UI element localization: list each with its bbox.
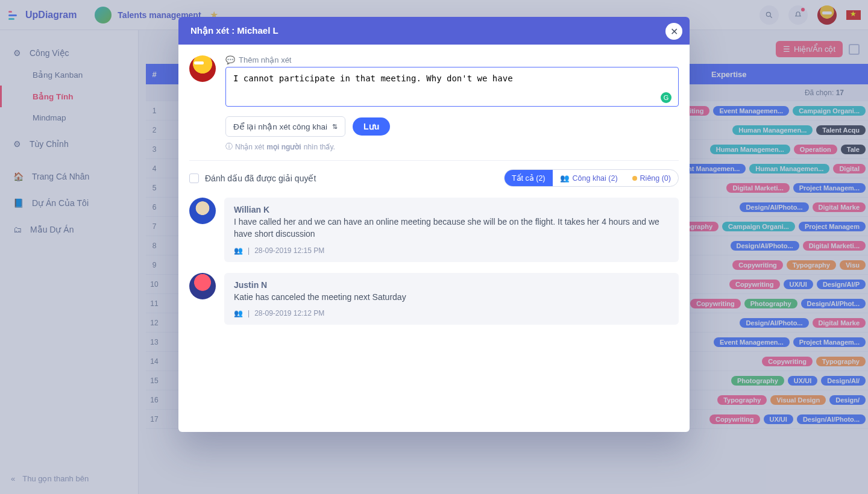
tab-private[interactable]: Riêng (0)	[625, 170, 678, 186]
close-icon: ✕	[670, 26, 678, 37]
comments-filter-row: Đánh dấu đã được giải quyết Tất cả (2) 👥…	[189, 169, 679, 187]
speech-icon: 💬	[225, 55, 235, 64]
comment-author: Justin N	[234, 280, 669, 290]
compose-area: 💬Thêm nhận xét G Để lại nhận xét công kh…	[189, 55, 679, 152]
comment-item: Willian KI have called her and we can ha…	[189, 198, 679, 262]
save-label: Lưu	[363, 122, 379, 131]
comment-author: Willian K	[234, 205, 669, 214]
modal-close-button[interactable]: ✕	[665, 23, 682, 40]
comment-avatar	[189, 198, 216, 224]
visibility-label: Để lại nhận xét công khai	[233, 122, 327, 131]
visibility-hint: ⓘ Nhận xét mọi người nhìn thấy.	[225, 142, 679, 152]
comment-tabs: Tất cả (2) 👥Công khai (2) Riêng (0)	[504, 169, 679, 187]
hint-bold: mọi người	[266, 143, 301, 151]
compose-label: Thêm nhận xét	[239, 55, 292, 64]
modal-title: Nhận xét : Michael L	[190, 25, 278, 36]
comment-text: I have called her and we can have an onl…	[234, 216, 669, 240]
meta-sep: |	[248, 246, 250, 255]
tab-all[interactable]: Tất cả (2)	[505, 170, 553, 186]
comment-timestamp: 28-09-2019 12:12 PM	[254, 309, 324, 317]
modal-overlay: Nhận xét : Michael L ✕ 💬Thêm nhận xét G …	[0, 0, 868, 494]
hint-post: nhìn thấy.	[304, 143, 335, 151]
comment-bubble: Justin NKatie has canceled the meeting n…	[224, 273, 679, 325]
people-icon: 👥	[234, 246, 243, 255]
people-icon: 👥	[560, 174, 570, 183]
compose-avatar	[189, 55, 216, 82]
tab-private-label: Riêng (0)	[640, 174, 671, 183]
comment-meta: 👥|28-09-2019 12:12 PM	[234, 309, 669, 317]
tab-public-label: Công khai (2)	[573, 174, 618, 183]
resolved-checkbox[interactable]	[189, 174, 199, 183]
modal-header: Nhận xét : Michael L	[178, 17, 690, 45]
tab-all-label: Tất cả (2)	[512, 174, 546, 183]
save-comment-button[interactable]: Lưu	[353, 117, 390, 136]
comment-meta: 👥|28-09-2019 12:15 PM	[234, 246, 669, 255]
comment-bubble: Willian KI have called her and we can ha…	[224, 198, 679, 262]
comment-avatar	[189, 273, 216, 299]
comments-modal: Nhận xét : Michael L ✕ 💬Thêm nhận xét G …	[178, 17, 690, 432]
lock-icon	[632, 176, 637, 181]
meta-sep: |	[248, 309, 250, 317]
comment-item: Justin NKatie has canceled the meeting n…	[189, 273, 679, 325]
resolved-label[interactable]: Đánh dấu đã được giải quyết	[205, 174, 316, 183]
grammarly-icon: G	[661, 92, 671, 103]
visibility-select[interactable]: Để lại nhận xét công khai ⇅	[225, 116, 345, 137]
comment-textarea[interactable]	[225, 67, 679, 107]
comment-text: Katie has canceled the meeting next Satu…	[234, 291, 669, 303]
tab-public[interactable]: 👥Công khai (2)	[553, 170, 625, 186]
hint-pre: Nhận xét	[235, 143, 264, 151]
comment-timestamp: 28-09-2019 12:15 PM	[254, 246, 324, 255]
info-icon: ⓘ	[225, 142, 233, 152]
people-icon: 👥	[234, 309, 243, 317]
chevron-updown-icon: ⇅	[332, 123, 338, 131]
